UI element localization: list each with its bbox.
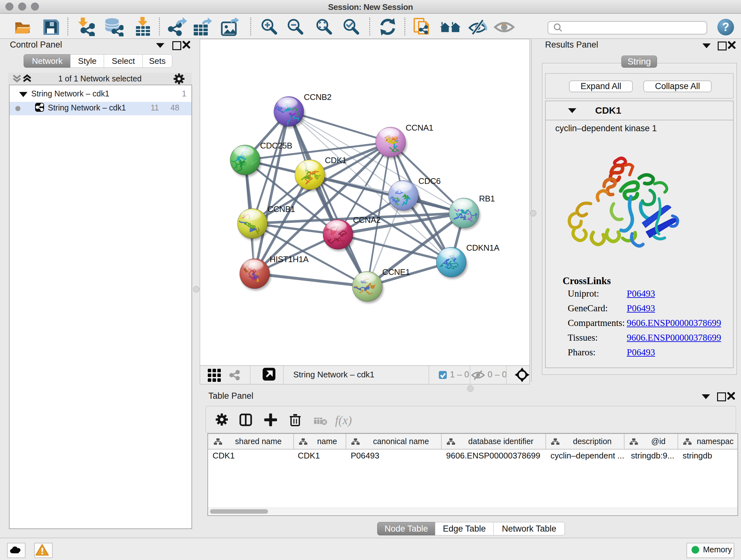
svg-text:CCNA1: CCNA1 — [406, 123, 433, 132]
svg-text:CCNA2: CCNA2 — [353, 215, 381, 225]
svg-text:HIST1H1A: HIST1H1A — [270, 254, 309, 264]
svg-text:CDKN1A: CDKN1A — [466, 243, 500, 253]
svg-text:RB1: RB1 — [479, 194, 495, 203]
svg-text:CDC6: CDC6 — [418, 176, 441, 186]
svg-text:CCNE1: CCNE1 — [382, 267, 410, 277]
svg-text:CCNB1: CCNB1 — [267, 204, 295, 214]
svg-text:CDK1: CDK1 — [325, 155, 347, 165]
svg-text:?: ? — [722, 20, 729, 34]
svg-text:CCNB2: CCNB2 — [304, 92, 332, 102]
svg-text:CDC25B: CDC25B — [260, 141, 292, 150]
